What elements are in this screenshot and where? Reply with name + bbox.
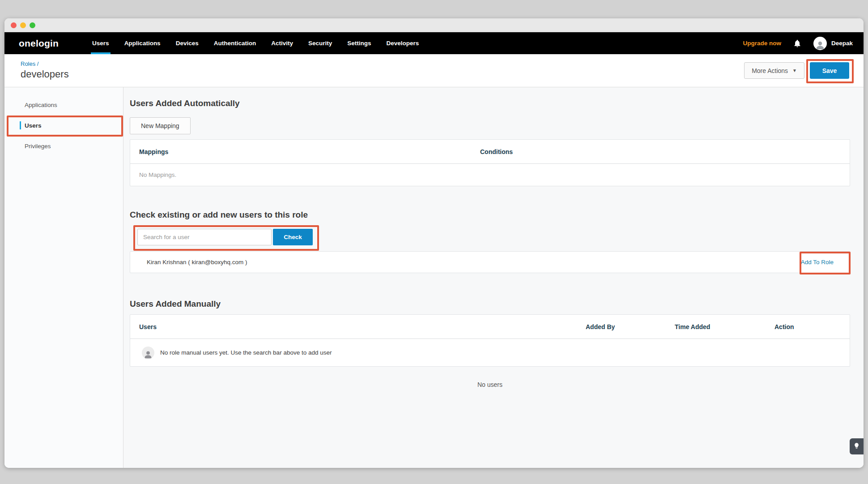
- user-result-row: Kiran Krishnan ( kiran@boxyhq.com ) Add …: [130, 251, 850, 273]
- save-button[interactable]: Save: [810, 62, 849, 79]
- lightbulb-icon: [853, 442, 860, 451]
- close-button[interactable]: [11, 22, 17, 28]
- column-header-time-added: Time Added: [675, 323, 774, 330]
- page-title: developers: [21, 69, 69, 80]
- notifications-bell-icon[interactable]: [793, 39, 802, 48]
- sidebar-item-label: Users: [25, 122, 42, 129]
- manual-users-table: Users Added By Time Added Action No role…: [130, 314, 850, 367]
- no-users-text: No users: [130, 381, 850, 388]
- user-avatar[interactable]: [813, 37, 827, 50]
- auto-section-title: Users Added Automatically: [130, 99, 850, 108]
- sidebar-item-privileges[interactable]: Privileges: [4, 136, 123, 156]
- sidebar-item-users[interactable]: Users: [4, 115, 123, 136]
- new-mapping-button[interactable]: New Mapping: [130, 117, 191, 134]
- mappings-empty-row: No Mappings.: [130, 164, 850, 186]
- user-result-name: Kiran Krishnan ( kiran@boxyhq.com ): [147, 259, 247, 266]
- more-actions-label: More Actions: [752, 67, 788, 74]
- main-content: Users Added Automatically New Mapping Ma…: [123, 87, 864, 468]
- nav-item-settings[interactable]: Settings: [340, 32, 379, 54]
- sidebar-item-applications[interactable]: Applications: [4, 94, 123, 115]
- nav-item-users[interactable]: Users: [85, 32, 117, 54]
- nav-item-applications[interactable]: Applications: [117, 32, 168, 54]
- add-to-role-link[interactable]: Add To Role: [801, 259, 834, 266]
- role-sidebar: Applications Users Privileges: [4, 87, 123, 468]
- active-indicator-bar: [20, 121, 21, 129]
- app-window: onelogin Users Applications Devices Auth…: [4, 18, 864, 468]
- navbar-right: Upgrade now Deepak: [743, 32, 853, 54]
- page-header: Roles / developers More Actions ▼ Save: [4, 54, 864, 87]
- window-titlebar: [4, 18, 864, 32]
- nav-links: Users Applications Devices Authenticatio…: [85, 32, 426, 54]
- column-header-mappings: Mappings: [130, 148, 471, 155]
- upgrade-now-link[interactable]: Upgrade now: [743, 40, 781, 47]
- user-placeholder-avatar-icon: [142, 347, 154, 359]
- username-label[interactable]: Deepak: [831, 40, 853, 47]
- manual-users-empty-row: No role manual users yet. Use the search…: [130, 339, 850, 366]
- nav-item-activity[interactable]: Activity: [264, 32, 301, 54]
- onelogin-logo: onelogin: [19, 38, 59, 49]
- column-header-action: Action: [774, 323, 850, 330]
- nav-item-security[interactable]: Security: [301, 32, 340, 54]
- top-navbar: onelogin Users Applications Devices Auth…: [4, 32, 864, 54]
- minimize-button[interactable]: [20, 22, 26, 28]
- sidebar-item-label: Applications: [25, 102, 57, 108]
- column-header-users: Users: [130, 323, 586, 330]
- chevron-down-icon: ▼: [792, 68, 797, 73]
- help-lightbulb-tab[interactable]: [850, 438, 864, 454]
- breadcrumb-roles-link[interactable]: Roles /: [21, 60, 69, 67]
- nav-item-authentication[interactable]: Authentication: [206, 32, 264, 54]
- column-header-added-by: Added By: [586, 323, 675, 330]
- nav-item-developers[interactable]: Developers: [379, 32, 427, 54]
- check-button[interactable]: Check: [273, 229, 313, 245]
- manual-empty-text: No role manual users yet. Use the search…: [160, 349, 332, 356]
- sidebar-item-label: Privileges: [25, 143, 51, 150]
- nav-item-devices[interactable]: Devices: [168, 32, 206, 54]
- mappings-table: Mappings Conditions No Mappings.: [130, 139, 850, 186]
- manual-section-title: Users Added Manually: [130, 299, 850, 309]
- check-section-title: Check existing or add new users to this …: [130, 210, 850, 220]
- more-actions-button[interactable]: More Actions ▼: [744, 62, 804, 79]
- column-header-conditions: Conditions: [471, 148, 850, 155]
- search-user-input[interactable]: [137, 229, 272, 245]
- fullscreen-button[interactable]: [30, 22, 35, 28]
